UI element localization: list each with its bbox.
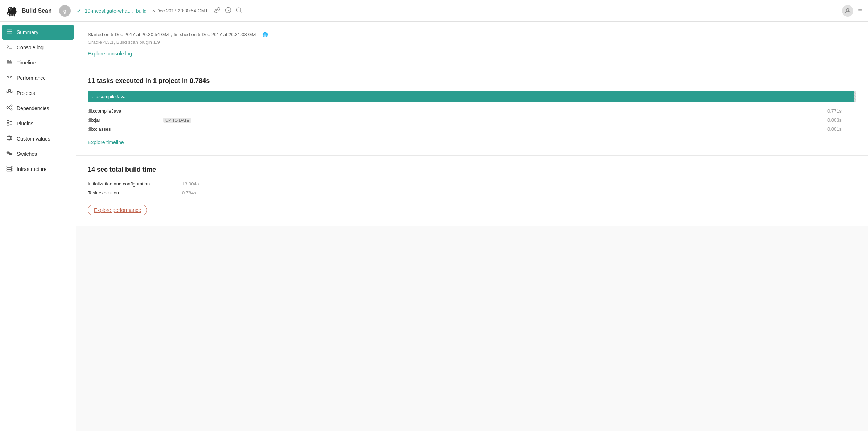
build-date: 5 Dec 2017 20:30:54 GMT [152,8,208,13]
sidebar-item-custom-values[interactable]: Custom values [0,131,76,146]
avatar: g [59,5,71,17]
svg-line-12 [240,11,241,12]
svg-point-36 [9,136,10,137]
svg-line-31 [8,106,11,108]
performance-title: 14 sec total build time [88,166,856,173]
task-badge-1: UP-TO-DATE [163,118,191,123]
explore-performance-link[interactable]: Explore performance [88,205,147,216]
projects-icon [6,89,13,97]
custom-values-icon [6,135,13,143]
task-name-0: :lib:compileJava [88,108,160,114]
sidebar-item-switches[interactable]: Switches [0,146,76,162]
tasks-title: 11 tasks executed in 1 project in 0.784s [88,77,856,85]
sidebar-label-custom-values: Custom values [17,136,50,142]
sidebar-item-infrastructure[interactable]: Infrastructure [0,162,76,177]
table-row: :lib:jar UP-TO-DATE 0.003s [88,116,856,125]
gradle-version-text: Gradle 4.3.1, Build scan plugin 1.9 [88,39,856,45]
sidebar: Summary Console log Timeline [0,22,76,431]
sidebar-label-performance: Performance [17,75,46,81]
perf-label-1: Task execution [88,190,182,196]
sidebar-label-projects: Projects [17,90,35,96]
svg-point-30 [11,109,12,110]
link-icon[interactable] [214,7,220,15]
build-started-text: Started on 5 Dec 2017 at 20:30:54 GMT, f… [88,32,856,37]
svg-point-13 [847,8,849,11]
task-name-1: :lib:jar [88,117,160,123]
header-status: ✓ 19-investigate-what... build 5 Dec 201… [77,7,842,15]
sidebar-item-dependencies[interactable]: Dependencies [0,101,76,116]
tasks-section: 11 tasks executed in 1 project in 0.784s… [76,67,868,156]
branch-link[interactable]: 19-investigate-what... [85,8,133,14]
check-icon: ✓ [77,7,82,15]
header-action-icons [214,7,242,15]
svg-point-28 [7,107,9,109]
sidebar-item-performance[interactable]: Performance [0,70,76,85]
menu-icon[interactable]: ≡ [858,7,862,15]
task-bar: :lib:compileJava [88,91,855,102]
perf-value-1: 0.784s [182,190,196,196]
svg-point-51 [11,166,12,167]
sidebar-label-switches: Switches [17,151,37,157]
svg-point-2 [12,7,16,12]
task-name-2: :lib:classes [88,126,160,132]
build-info-section: Started on 5 Dec 2017 at 20:30:54 GMT, f… [76,22,868,67]
user-icon[interactable] [842,5,853,17]
header-right: ≡ [842,5,862,17]
perf-label-0: Initialization and configuration [88,181,182,187]
sidebar-label-dependencies: Dependencies [17,105,49,111]
svg-point-52 [11,168,12,169]
svg-rect-4 [9,14,11,16]
svg-point-47 [10,153,11,154]
task-bar-container: :lib:compileJava [88,91,856,102]
task-bar-stripe [854,91,856,102]
sidebar-label-timeline: Timeline [17,60,36,66]
timeline-icon [6,59,13,67]
elephant-icon [6,4,19,17]
sidebar-item-console-log[interactable]: Console log [0,40,76,55]
svg-rect-33 [7,120,9,122]
explore-console-link[interactable]: Explore console log [88,51,132,57]
build-type[interactable]: build [136,8,147,14]
svg-rect-34 [7,123,9,125]
main-layout: Summary Console log Timeline [0,22,868,431]
app-container: Build Scan g ✓ 19-investigate-what... bu… [0,0,868,431]
sidebar-item-summary[interactable]: Summary [2,25,74,40]
task-list: :lib:compileJava 0.771s :lib:jar UP-TO-D… [88,106,856,134]
svg-rect-6 [14,14,15,16]
performance-section: 14 sec total build time Initialization a… [76,156,868,226]
sidebar-item-timeline[interactable]: Timeline [0,55,76,70]
svg-rect-5 [11,14,13,16]
task-time-1: 0.003s [827,117,856,123]
svg-rect-24 [9,90,11,92]
infrastructure-icon [6,165,13,173]
sidebar-label-summary: Summary [17,29,38,35]
svg-point-42 [9,139,10,140]
svg-point-9 [9,8,10,9]
svg-point-39 [10,138,11,139]
summary-icon [6,28,13,36]
sidebar-item-plugins[interactable]: Plugins [0,116,76,131]
task-time-2: 0.001s [827,126,856,132]
table-row: :lib:compileJava 0.771s [88,106,856,116]
history-icon[interactable] [225,7,231,15]
explore-timeline-link[interactable]: Explore timeline [88,139,124,145]
table-row: :lib:classes 0.001s [88,125,856,134]
sidebar-label-plugins: Plugins [17,121,33,126]
perf-row-1: Task execution 0.784s [88,188,856,197]
task-time-0: 0.771s [827,108,856,114]
svg-point-45 [8,152,9,153]
sidebar-label-infrastructure: Infrastructure [17,166,46,172]
sidebar-label-console-log: Console log [17,45,44,50]
perf-value-0: 13.904s [182,181,199,187]
plugins-icon [6,120,13,127]
console-log-icon [6,43,13,51]
sidebar-item-projects[interactable]: Projects [0,85,76,101]
svg-line-32 [8,108,11,109]
performance-icon [6,74,13,82]
search-icon[interactable] [236,7,242,15]
svg-point-29 [11,105,12,107]
globe-icon: 🌐 [262,32,268,37]
header: Build Scan g ✓ 19-investigate-what... bu… [0,0,868,22]
logo: Build Scan [6,4,52,17]
switches-icon [6,150,13,158]
